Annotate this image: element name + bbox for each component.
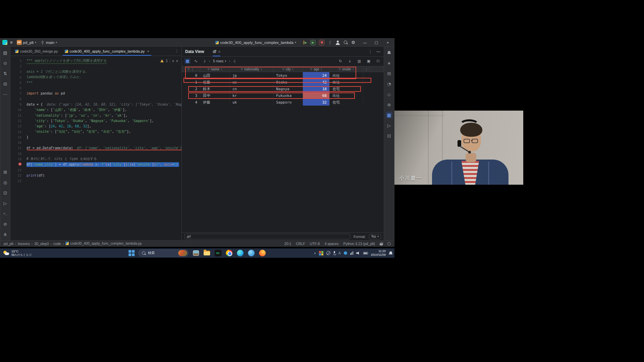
table-row[interactable]: 4伊藤ukSapporo32在宅 xyxy=(182,99,384,106)
profiler-button[interactable]: ∥▶ xyxy=(303,40,307,45)
line-number[interactable]: 16 xyxy=(10,141,26,144)
line-number[interactable]: 14 xyxy=(10,130,26,134)
code-line[interactable]: 10 'name': ['山田', '佐藤', '鈴木', '田中', '伊藤'… xyxy=(10,107,181,113)
ime-indicator[interactable]: A xyxy=(338,251,341,255)
pull-requests-icon[interactable]: ⇅ xyxy=(2,70,9,77)
pycharm-taskbar-button[interactable]: PC xyxy=(214,249,222,257)
commit-icon[interactable]: ⊙ xyxy=(2,60,9,66)
format-icon[interactable]: {} xyxy=(375,58,381,64)
breadcrumb-item[interactable]: code30_400_apply_func_complex_lambda.py xyxy=(65,241,142,245)
line-number[interactable]: 3 xyxy=(10,70,26,73)
data-view-tab-df[interactable]: df × xyxy=(213,47,220,56)
minimize-button[interactable]: — xyxy=(361,39,369,46)
page-size-select[interactable]: 5 rows ▾ xyxy=(213,59,226,63)
ai-assistant-icon[interactable]: ∗ xyxy=(386,60,392,66)
breadcrumb-item[interactable]: pd_plt xyxy=(4,242,13,246)
tab-options-icon[interactable]: ⋮ xyxy=(172,49,181,53)
line-number[interactable]: 23 xyxy=(10,179,26,183)
data-view-icon[interactable]: ▦ xyxy=(386,112,392,118)
volume-icon[interactable] xyxy=(356,251,360,255)
vcs-branch-widget[interactable]: main ▾ xyxy=(40,40,58,45)
next-page-icon[interactable]: › xyxy=(229,59,230,63)
code-line[interactable]: 13 'age': [24, 42, 18, 68, 32], xyxy=(10,124,181,129)
line-number[interactable]: 17 xyxy=(10,146,26,150)
prev-page-icon[interactable]: ‹ xyxy=(209,59,210,63)
line-number[interactable]: 12 xyxy=(10,119,26,123)
code-line[interactable]: 6 xyxy=(10,85,181,90)
code-line[interactable]: 7import pandas as pd xyxy=(10,91,181,96)
line-number[interactable]: 22 xyxy=(10,174,26,177)
line-number[interactable]: 2 xyxy=(10,64,26,68)
project-icon[interactable]: ▤ xyxy=(2,49,9,56)
code-line[interactable]: 2 xyxy=(10,63,181,69)
main-menu-icon[interactable]: ≡ xyxy=(10,40,13,45)
line-number[interactable]: 9 xyxy=(10,103,26,106)
breakpoint-icon[interactable] xyxy=(10,163,26,166)
bluetooth-app-icon[interactable] xyxy=(344,251,347,255)
store-icon[interactable] xyxy=(319,251,323,255)
coverage-icon[interactable]: ◔ xyxy=(386,80,392,87)
line-separator[interactable]: CRLF xyxy=(296,242,305,246)
maximize-button[interactable]: ▢ xyxy=(372,39,381,46)
sciview-icon[interactable]: ◎ xyxy=(2,179,9,186)
export-icon[interactable]: ↓ xyxy=(347,58,353,64)
cell-onsite[interactable]: 在宅 xyxy=(330,99,363,106)
indexing-status-icon[interactable] xyxy=(387,242,391,245)
code-line[interactable]: 16 xyxy=(10,140,181,145)
todo-icon[interactable]: ⊡ xyxy=(2,189,9,196)
line-number[interactable]: 7 xyxy=(10,92,26,95)
chart-view-icon[interactable]: ∿ xyxy=(193,58,199,64)
code-line[interactable]: 14 'onsite': ["出社", "出社", "在宅", "出社", "在… xyxy=(10,129,181,134)
inspections-widget[interactable]: 1 ∧ ∨ xyxy=(160,59,178,63)
search-everywhere-icon[interactable] xyxy=(343,40,348,45)
run-configuration[interactable]: code30_400_apply_func_complex_lambda ▾ xyxy=(214,40,298,45)
start-button[interactable] xyxy=(128,250,135,256)
line-number[interactable]: 18 xyxy=(10,152,26,156)
code-line[interactable]: 9data = { data: {'age': [24, 42, 18, 68,… xyxy=(10,102,181,107)
close-button[interactable]: × xyxy=(383,39,392,46)
stop-button[interactable] xyxy=(319,40,324,45)
code-line[interactable]: 1*** apply()メソッドを使って列に関数を適用する xyxy=(10,58,181,63)
code-editor[interactable]: 1*** apply()メソッドを使って列に関数を適用する23axis = 1 … xyxy=(10,56,181,240)
indent[interactable]: 4 spaces xyxy=(324,242,338,246)
panel-options-icon[interactable]: ⋮ xyxy=(368,49,372,54)
battery-icon[interactable] xyxy=(363,252,368,254)
format-select[interactable]: %s ▾ xyxy=(369,234,381,239)
expression-input[interactable]: df xyxy=(184,234,350,239)
line-number[interactable]: 4 xyxy=(10,75,26,79)
code-line[interactable]: 21 xyxy=(10,167,181,173)
code-line[interactable]: 15} xyxy=(10,134,181,140)
file-explorer-button[interactable] xyxy=(203,249,211,257)
open-in-editor-icon[interactable]: ▣ xyxy=(366,58,372,64)
terminal-icon[interactable]: >_ xyxy=(2,210,9,217)
endpoints-icon[interactable]: ⊚ xyxy=(386,101,392,108)
line-number[interactable]: 11 xyxy=(10,114,26,117)
breadcrumb-item[interactable]: lessons xyxy=(18,242,30,246)
line-number[interactable]: 13 xyxy=(10,124,26,128)
line-number[interactable]: 5 xyxy=(10,81,26,84)
microphone-icon[interactable] xyxy=(333,251,335,255)
line-number[interactable]: 19 xyxy=(10,157,26,161)
network-icon[interactable] xyxy=(350,251,353,255)
taskbar-search[interactable]: 検索 xyxy=(138,249,189,257)
line-number[interactable]: 8 xyxy=(10,97,26,101)
line-number[interactable]: 10 xyxy=(10,108,26,112)
code-line[interactable]: 5*** xyxy=(10,80,181,85)
last-page-icon[interactable]: ›| xyxy=(233,59,235,63)
cell-name[interactable]: 伊藤 xyxy=(200,99,230,106)
rerun-button[interactable]: ▶ xyxy=(310,40,316,45)
code-line[interactable]: 23 xyxy=(10,178,181,184)
breadcrumb-item[interactable]: 30_step3 xyxy=(34,242,49,246)
project-widget[interactable]: PP pd_plt ▾ xyxy=(15,40,38,45)
encoding[interactable]: UTF-8 xyxy=(310,242,320,246)
notifications-icon[interactable] xyxy=(386,49,392,56)
prev-problem-icon[interactable]: ∧ xyxy=(172,59,174,63)
clock-widget[interactable]: 11:20 2024/11/09 xyxy=(371,249,386,257)
firefox-button[interactable] xyxy=(259,249,266,257)
close-tab-icon[interactable]: × xyxy=(218,50,220,54)
breadcrumb-item[interactable]: code xyxy=(53,242,61,246)
python-packages-icon[interactable]: ⊞ xyxy=(2,169,9,175)
structure-icon[interactable]: ⊟ xyxy=(2,80,9,87)
more-tool-windows-icon[interactable]: ⋯ xyxy=(2,91,9,98)
caret-position[interactable]: 20:1 xyxy=(284,242,291,246)
